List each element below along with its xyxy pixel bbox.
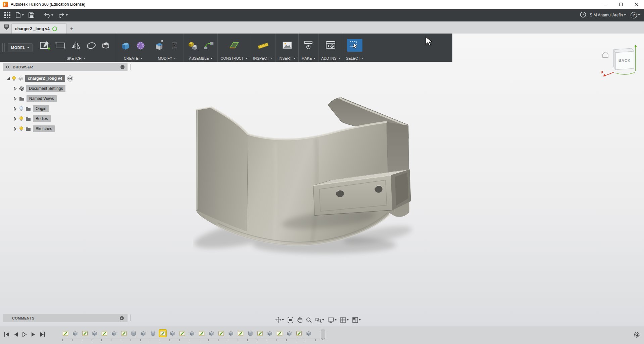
- ribbon-group-label-addins[interactable]: ADD-INS: [321, 55, 340, 61]
- sketch-point[interactable]: [340, 97, 342, 99]
- browser-item-label[interactable]: Sketches: [33, 125, 55, 132]
- browser-row-origin[interactable]: Origin: [13, 105, 49, 113]
- ribbon-group-label-inspect[interactable]: INSPECT: [253, 55, 273, 61]
- timeline-feature-sketch[interactable]: [198, 330, 205, 337]
- save-button[interactable]: [29, 12, 34, 18]
- timeline-feature-sketch[interactable]: [159, 330, 166, 337]
- display-settings-button[interactable]: [327, 317, 337, 324]
- browser-row-root[interactable]: charger2 _long v4: [7, 74, 73, 82]
- timeline-feature-sketch[interactable]: [120, 330, 127, 337]
- timeline-feature-sketch[interactable]: [237, 330, 244, 337]
- timeline-feature-extrude[interactable]: [140, 330, 147, 337]
- workspace-selector[interactable]: MODEL: [8, 43, 33, 52]
- ribbon-group-label-select[interactable]: SELECT: [346, 55, 364, 61]
- timeline-feature-extrude[interactable]: [266, 330, 273, 337]
- create-sketch-button[interactable]: [39, 39, 51, 52]
- make-button[interactable]: [302, 39, 315, 52]
- timeline-feature-sketch[interactable]: [101, 330, 108, 337]
- minimize-button[interactable]: [598, 0, 613, 9]
- ribbon-group-label-create[interactable]: CREATE: [119, 55, 147, 61]
- change-parameters-button[interactable]: Σ: [168, 39, 181, 52]
- browser-item-label[interactable]: Bodies: [33, 115, 51, 122]
- data-panel-toggle[interactable]: [4, 12, 11, 18]
- pan-button[interactable]: [275, 316, 285, 324]
- timeline-feature-sketch[interactable]: [218, 330, 225, 337]
- toolbar-grip[interactable]: [2, 43, 5, 52]
- timeline-settings-gear-icon[interactable]: [634, 332, 640, 338]
- tab-close-icon[interactable]: [60, 27, 63, 31]
- play-button[interactable]: [22, 332, 27, 337]
- expand-arrow-icon[interactable]: [7, 77, 10, 80]
- close-button[interactable]: [629, 0, 644, 9]
- viewcube[interactable]: BACK X: [601, 40, 640, 78]
- timeline-feature-extrude[interactable]: [169, 330, 176, 337]
- redo-button[interactable]: [58, 12, 68, 18]
- undo-button[interactable]: [44, 12, 53, 18]
- timeline-feature-extrude[interactable]: [286, 330, 293, 337]
- browser-item-label[interactable]: Document Settings: [26, 85, 65, 92]
- mirror-tool-button[interactable]: [69, 39, 82, 52]
- create-form-button[interactable]: [134, 39, 147, 52]
- browser-row-document-settings[interactable]: Document Settings: [13, 84, 65, 93]
- timeline-feature-sketch[interactable]: [82, 330, 88, 337]
- timeline-feature-extrude[interactable]: [189, 330, 195, 337]
- new-component-button[interactable]: [187, 39, 199, 52]
- user-menu[interactable]: S M Anamul Arefin: [590, 13, 626, 17]
- browser-item-label[interactable]: Origin: [33, 105, 49, 112]
- ribbon-group-label-sketch[interactable]: SKETCH: [39, 55, 113, 61]
- construction-plane-button[interactable]: [228, 39, 240, 52]
- viewcube-face-label[interactable]: BACK: [618, 58, 631, 62]
- new-tab-button[interactable]: +: [67, 24, 77, 34]
- timeline-feature-revolve[interactable]: [150, 330, 156, 337]
- step-back-button[interactable]: [14, 332, 18, 337]
- timeline-feature-extrude[interactable]: [208, 330, 215, 337]
- collapsed-arrow-icon[interactable]: [13, 87, 17, 91]
- circle-tool-button[interactable]: [85, 39, 98, 52]
- select-button[interactable]: [347, 39, 362, 52]
- timeline-feature-extrude[interactable]: [72, 330, 79, 337]
- comments-resize-grip[interactable]: [129, 314, 131, 321]
- joint-button[interactable]: [202, 39, 215, 52]
- browser-row-bodies[interactable]: Bodies: [13, 115, 51, 123]
- collapsed-arrow-icon[interactable]: [13, 97, 17, 101]
- viewcube-home-icon[interactable]: [603, 52, 608, 57]
- rectangle-tool-button[interactable]: [54, 39, 67, 52]
- timeline-feature-sketch[interactable]: [62, 330, 69, 337]
- help-menu[interactable]: ?: [631, 12, 640, 18]
- go-to-start-button[interactable]: [4, 332, 9, 337]
- timeline-feature-revolve[interactable]: [247, 330, 254, 337]
- zoom-button[interactable]: [305, 317, 312, 324]
- comments-expand-icon[interactable]: [119, 316, 124, 321]
- project-tool-button[interactable]: [100, 39, 113, 52]
- browser-resize-grip[interactable]: [129, 64, 131, 70]
- grid-snaps-button[interactable]: [340, 317, 349, 324]
- collapsed-arrow-icon[interactable]: [13, 117, 17, 121]
- pan-hand-button[interactable]: [296, 316, 303, 324]
- timeline-scrubber[interactable]: [321, 330, 325, 339]
- browser-row-sketches[interactable]: Sketches: [13, 125, 55, 133]
- browser-row-named-views[interactable]: Named Views: [13, 95, 57, 103]
- bulb-icon[interactable]: [19, 116, 23, 121]
- ribbon-group-label-modify[interactable]: MODIFY: [153, 55, 181, 61]
- insert-button[interactable]: [281, 39, 294, 52]
- minimize-panel-icon[interactable]: [120, 65, 125, 69]
- timeline-feature-sketch[interactable]: [257, 330, 263, 337]
- file-menu-button[interactable]: [15, 12, 24, 18]
- job-status-button[interactable]: [580, 11, 586, 19]
- model-3d[interactable]: [193, 97, 415, 261]
- go-to-end-button[interactable]: [40, 332, 45, 337]
- collapsed-arrow-icon[interactable]: [13, 107, 17, 111]
- bulb-icon[interactable]: [19, 106, 23, 111]
- timeline-feature-extrude[interactable]: [91, 330, 98, 337]
- ribbon-group-label-construct[interactable]: CONSTRUCT: [220, 55, 247, 61]
- viewports-button[interactable]: [352, 317, 361, 324]
- browser-item-label[interactable]: Named Views: [27, 95, 57, 102]
- step-forward-button[interactable]: [31, 332, 36, 337]
- collapse-panel-icon[interactable]: [5, 65, 10, 69]
- collapsed-arrow-icon[interactable]: [13, 127, 17, 131]
- press-pull-button[interactable]: [153, 39, 165, 52]
- timeline-feature-extrude[interactable]: [305, 330, 312, 337]
- maximize-button[interactable]: [613, 0, 629, 9]
- timeline-feature-sketch[interactable]: [296, 330, 302, 337]
- ribbon-group-label-insert[interactable]: INSERT: [279, 55, 296, 61]
